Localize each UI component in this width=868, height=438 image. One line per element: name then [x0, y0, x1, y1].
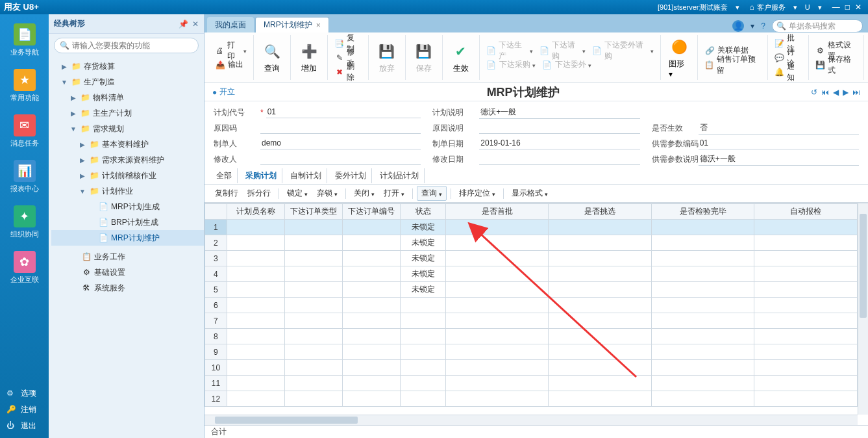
- grid-cell[interactable]: [445, 220, 549, 235]
- grid-cell[interactable]: [651, 282, 754, 298]
- grid-cell[interactable]: [285, 360, 343, 376]
- grid-cell[interactable]: [651, 360, 754, 376]
- split-row-button[interactable]: 拆分行: [243, 187, 275, 200]
- grid-cell[interactable]: 未锁定: [401, 282, 445, 298]
- table-row[interactable]: 2未锁定: [205, 235, 858, 251]
- grid-cell[interactable]: [651, 235, 754, 251]
- tree-toggle-icon[interactable]: ▶: [79, 172, 86, 179]
- table-row[interactable]: 12: [205, 391, 858, 407]
- grid-cell[interactable]: [651, 298, 754, 313]
- home-icon[interactable]: ⌂: [750, 3, 754, 12]
- grid-cell[interactable]: 未锁定: [401, 220, 445, 235]
- grid-cell[interactable]: [651, 344, 754, 360]
- tree-toggle-icon[interactable]: ▶: [69, 94, 77, 101]
- row-number[interactable]: 11: [205, 376, 227, 391]
- grid-cell[interactable]: [401, 344, 445, 360]
- grid-cell[interactable]: [754, 344, 858, 360]
- doc-tab[interactable]: 我的桌面: [207, 17, 254, 32]
- send-outsrc-button[interactable]: 📄下达委外请购: [589, 44, 656, 58]
- grid-cell[interactable]: [549, 282, 652, 298]
- tree-node[interactable]: 📄 MRP计划生成: [51, 199, 204, 214]
- sub-tab[interactable]: 自制计划: [285, 168, 327, 183]
- col-header[interactable]: 计划员名称: [227, 204, 284, 220]
- grid-cell[interactable]: [651, 391, 754, 407]
- grid-cell[interactable]: [549, 391, 652, 407]
- grid-cell[interactable]: [445, 282, 549, 298]
- grid-cell[interactable]: [651, 376, 754, 391]
- tree-toggle-icon[interactable]: ▶: [79, 157, 86, 164]
- grid-scroll[interactable]: 计划员名称下达订单类型下达订单编号状态是否首批是否挑选是否检验完毕自动报检 1未…: [205, 203, 858, 415]
- sort-button[interactable]: 排序定位: [455, 187, 499, 200]
- grid-cell[interactable]: [285, 313, 343, 329]
- row-number[interactable]: 4: [205, 266, 227, 282]
- chart-button[interactable]: 🟠图形 ▾: [665, 35, 693, 80]
- grid-cell[interactable]: [401, 298, 445, 313]
- close-icon[interactable]: ✕: [855, 3, 862, 12]
- row-number[interactable]: 3: [205, 251, 227, 266]
- grid-cell[interactable]: [401, 376, 445, 391]
- col-header[interactable]: 是否检验完毕: [651, 204, 754, 220]
- grid-cell[interactable]: [445, 360, 549, 376]
- col-header[interactable]: 状态: [401, 204, 445, 220]
- nav-button[interactable]: ▶: [843, 88, 849, 97]
- unlock-button[interactable]: 弃锁: [313, 187, 341, 200]
- table-row[interactable]: 4未锁定: [205, 266, 858, 282]
- grid-cell[interactable]: [651, 266, 754, 282]
- tree-toggle-icon[interactable]: ▶: [60, 63, 68, 70]
- tree-node[interactable]: ▶ 📁 基本资料维护: [51, 136, 204, 152]
- reason-code-value[interactable]: [260, 122, 421, 134]
- table-row[interactable]: 10: [205, 360, 858, 376]
- grid-cell[interactable]: [549, 235, 652, 251]
- tree-node[interactable]: 📄 BRP计划生成: [51, 214, 204, 230]
- grid-cell[interactable]: [285, 220, 343, 235]
- help-icon[interactable]: ?: [761, 21, 765, 31]
- grid-cell[interactable]: [343, 251, 401, 266]
- grid-cell[interactable]: [651, 329, 754, 344]
- grid-cell[interactable]: [549, 360, 652, 376]
- row-number[interactable]: 9: [205, 344, 227, 360]
- table-row[interactable]: 8: [205, 329, 858, 344]
- grid-cell[interactable]: 未锁定: [401, 235, 445, 251]
- send-procure-button[interactable]: 📄下达采购: [484, 58, 538, 72]
- col-header[interactable]: 是否挑选: [549, 204, 652, 220]
- tree-node[interactable]: ▶ 📁 计划前稽核作业: [51, 168, 204, 183]
- grid-cell[interactable]: [227, 391, 284, 407]
- col-header[interactable]: 下达订单类型: [285, 204, 343, 220]
- grid-cell[interactable]: [445, 376, 549, 391]
- tree-node[interactable]: ▶ 📁 物料清单: [51, 90, 204, 105]
- grid-cell[interactable]: [401, 313, 445, 329]
- tree-node[interactable]: 📄 MRP计划维护: [51, 230, 204, 246]
- rail-item[interactable]: 📊 报表中心: [10, 155, 39, 200]
- print-button[interactable]: 🖨打印: [212, 44, 249, 58]
- tree-node[interactable]: ▶ 📁 需求来源资料维护: [51, 152, 204, 168]
- grid-cell[interactable]: 未锁定: [401, 266, 445, 282]
- grid-cell[interactable]: [445, 391, 549, 407]
- open-button[interactable]: 打开: [380, 187, 408, 200]
- grid-cell[interactable]: [285, 344, 343, 360]
- grid-cell[interactable]: [754, 266, 858, 282]
- barcode-search[interactable]: 🔍 单据条码搜索: [772, 19, 863, 32]
- horizontal-scrollbar[interactable]: [205, 415, 858, 425]
- row-number[interactable]: 2: [205, 235, 227, 251]
- grid-cell[interactable]: [343, 298, 401, 313]
- grid-cell[interactable]: [285, 329, 343, 344]
- grid-cell[interactable]: [754, 251, 858, 266]
- sub-tab[interactable]: 全部: [211, 168, 238, 183]
- grid-cell[interactable]: [227, 235, 284, 251]
- rail-item[interactable]: ✉ 消息任务: [10, 109, 39, 155]
- lock-button[interactable]: 锁定: [283, 187, 312, 200]
- close-button[interactable]: 关闭: [350, 187, 378, 200]
- dropdown-icon[interactable]: ▾: [736, 3, 739, 12]
- table-row[interactable]: 1未锁定: [205, 220, 858, 235]
- rail-item[interactable]: ★ 常用功能: [10, 64, 39, 109]
- tree-toggle-icon[interactable]: ▼: [69, 125, 77, 133]
- sales-reserve-button[interactable]: 📋销售订单预留: [702, 58, 763, 72]
- grid-cell[interactable]: [285, 376, 343, 391]
- grid-cell[interactable]: [285, 298, 343, 313]
- table-row[interactable]: 3未锁定: [205, 251, 858, 266]
- tab-close-icon[interactable]: ×: [316, 21, 321, 30]
- tree-toggle-icon[interactable]: ▶: [79, 141, 86, 148]
- grid-cell[interactable]: [285, 251, 343, 266]
- grid-cell[interactable]: [401, 391, 445, 407]
- letter-u[interactable]: U: [805, 3, 810, 11]
